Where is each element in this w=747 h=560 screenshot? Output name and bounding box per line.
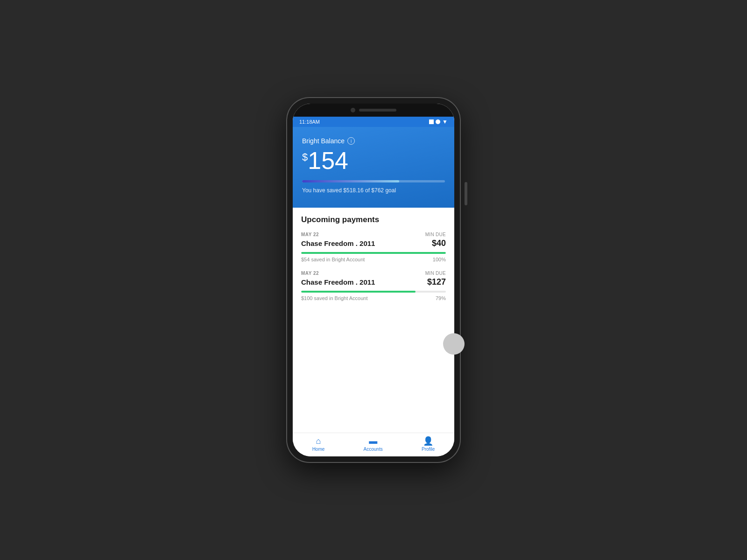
savings-text: You have saved $518.16 of $762 goal — [302, 187, 445, 194]
phone-frame: 11:18AM ▼ Bright Balance i $154 You have… — [287, 98, 460, 462]
bottom-nav: ⌂ Home ▬ Accounts 👤 Profile — [293, 433, 454, 456]
payment-date-2: MAY 22 — [301, 271, 319, 276]
nav-home-label: Home — [312, 447, 325, 452]
wifi-icon: ▼ — [442, 119, 448, 125]
signal-icon — [429, 119, 434, 124]
payment-item-2[interactable]: MAY 22 MIN DUE Chase Freedom . 2011 $127… — [301, 271, 446, 301]
payment-saved-text-2: $100 saved in Bright Account — [301, 295, 367, 301]
payment-pct-1: 100% — [433, 257, 446, 262]
payment-pct-2: 79% — [436, 295, 446, 301]
phone-top-bar — [293, 104, 454, 117]
balance-label: Bright Balance i — [302, 137, 445, 145]
floating-action-button[interactable] — [443, 333, 465, 355]
payment-amount-1: $40 — [432, 238, 446, 248]
status-time: 11:18AM — [299, 119, 320, 125]
nav-accounts[interactable]: ▬ Accounts — [364, 437, 383, 452]
card-icon: ▬ — [369, 437, 377, 445]
payment-progress-bar-1 — [301, 252, 446, 254]
network-icon — [436, 119, 440, 124]
payment-progress-fill-2 — [301, 291, 416, 293]
payment-amount-2: $127 — [427, 277, 446, 287]
home-icon: ⌂ — [316, 437, 321, 445]
side-button — [465, 182, 467, 205]
savings-progress-bar — [302, 180, 445, 182]
payment-item-1[interactable]: MAY 22 MIN DUE Chase Freedom . 2011 $40 … — [301, 232, 446, 262]
info-icon[interactable]: i — [347, 137, 355, 145]
payment-name-2: Chase Freedom . 2011 — [301, 278, 375, 286]
min-due-label-2: MIN DUE — [425, 271, 446, 276]
payment-progress-fill-1 — [301, 252, 446, 254]
status-icons: ▼ — [429, 119, 448, 125]
person-icon: 👤 — [423, 437, 433, 445]
hero-section: Bright Balance i $154 You have saved $51… — [293, 127, 454, 208]
balance-amount: $154 — [302, 148, 445, 173]
nav-profile[interactable]: 👤 Profile — [422, 437, 435, 452]
nav-accounts-label: Accounts — [364, 447, 383, 452]
savings-progress-fill — [302, 180, 399, 182]
phone-screen: 11:18AM ▼ Bright Balance i $154 You have… — [293, 104, 454, 456]
status-bar: 11:18AM ▼ — [293, 117, 454, 127]
camera-dot — [351, 108, 355, 112]
nav-profile-label: Profile — [422, 447, 435, 452]
payment-name-1: Chase Freedom . 2011 — [301, 239, 375, 247]
payment-date-1: MAY 22 — [301, 232, 319, 237]
speaker-bar — [359, 109, 396, 112]
min-due-label-1: MIN DUE — [425, 232, 446, 237]
content-area: Upcoming payments MAY 22 MIN DUE Chase F… — [293, 208, 454, 433]
upcoming-payments-title: Upcoming payments — [301, 215, 446, 224]
nav-home[interactable]: ⌂ Home — [312, 437, 325, 452]
payment-saved-text-1: $54 saved in Bright Account — [301, 257, 365, 262]
payment-progress-bar-2 — [301, 291, 446, 293]
